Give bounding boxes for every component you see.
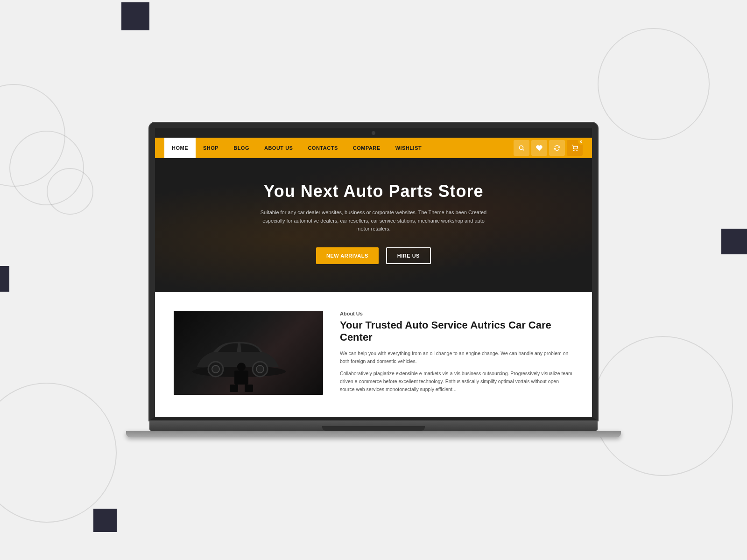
nav-blog[interactable]: BLOG (226, 138, 257, 158)
svg-point-6 (212, 365, 219, 373)
svg-point-2 (574, 150, 574, 151)
bg-square-1 (121, 2, 149, 30)
bg-circle-2 (9, 131, 84, 205)
nav-home[interactable]: HOME (164, 138, 196, 158)
cart-button[interactable]: 0 (567, 140, 583, 156)
nav-compare[interactable]: COMPARE (345, 138, 388, 158)
new-arrivals-button[interactable]: New Arrivals (316, 247, 379, 264)
nav-about[interactable]: ABOUT US (257, 138, 300, 158)
about-image (174, 311, 323, 395)
cart-count: 0 (578, 138, 585, 145)
nav-icons: 0 (514, 140, 583, 156)
laptop-frame: HOME SHOP BLOG ABOUT US CONTACTS COMPARE… (149, 123, 598, 437)
svg-point-3 (577, 150, 577, 151)
hero-subtitle: Suitable for any car dealer websites, bu… (257, 209, 490, 233)
camera-bar (155, 128, 592, 138)
hero-buttons: New Arrivals Hire Us (174, 247, 573, 264)
about-title: Your Trusted Auto Service Autrics Car Ca… (340, 319, 573, 344)
svg-line-1 (523, 149, 524, 151)
bg-circle-5 (593, 336, 733, 476)
bg-square-3 (0, 266, 9, 292)
about-desc-1: We can help you with everything from an … (340, 350, 573, 365)
svg-rect-11 (230, 385, 238, 392)
nav-wishlist[interactable]: WISHLIST (388, 138, 430, 158)
cart-icon (571, 145, 578, 151)
compare-button[interactable] (549, 140, 565, 156)
search-icon (518, 145, 525, 151)
hire-us-button[interactable]: Hire Us (386, 247, 431, 264)
nav-links: HOME SHOP BLOG ABOUT US CONTACTS COMPARE… (164, 138, 429, 158)
svg-rect-12 (245, 385, 253, 392)
about-section: About Us Your Trusted Auto Service Autri… (155, 292, 592, 417)
navigation: HOME SHOP BLOG ABOUT US CONTACTS COMPARE… (155, 138, 592, 158)
svg-point-0 (519, 146, 523, 150)
heart-icon (536, 145, 543, 151)
bg-circle-4 (598, 28, 710, 140)
nav-contacts[interactable]: CONTACTS (300, 138, 345, 158)
laptop-screen: HOME SHOP BLOG ABOUT US CONTACTS COMPARE… (149, 123, 598, 420)
search-button[interactable] (514, 140, 529, 156)
bg-square-2 (721, 229, 747, 254)
website: HOME SHOP BLOG ABOUT US CONTACTS COMPARE… (155, 138, 592, 417)
laptop-base (149, 420, 598, 431)
mechanic-scene (174, 311, 323, 395)
bg-circle-3 (47, 168, 93, 215)
hero-title: You Next Auto Parts Store (174, 182, 573, 201)
hero-section: You Next Auto Parts Store Suitable for a… (155, 158, 592, 292)
about-desc-2: Collaboratively plagiarize extensible e-… (340, 370, 573, 393)
bg-square-4 (93, 509, 117, 532)
laptop-foot (126, 431, 621, 437)
refresh-icon (554, 145, 560, 151)
hero-content: You Next Auto Parts Store Suitable for a… (174, 182, 573, 264)
bg-circle-6 (0, 383, 117, 523)
person-illustration (223, 362, 260, 395)
about-label: About Us (340, 311, 573, 316)
svg-point-9 (237, 363, 246, 371)
camera (372, 131, 375, 135)
nav-shop[interactable]: SHOP (196, 138, 226, 158)
wishlist-button[interactable] (531, 140, 547, 156)
bg-circle-1 (0, 84, 65, 187)
about-text: About Us Your Trusted Auto Service Autri… (340, 311, 573, 398)
svg-rect-10 (234, 371, 248, 385)
